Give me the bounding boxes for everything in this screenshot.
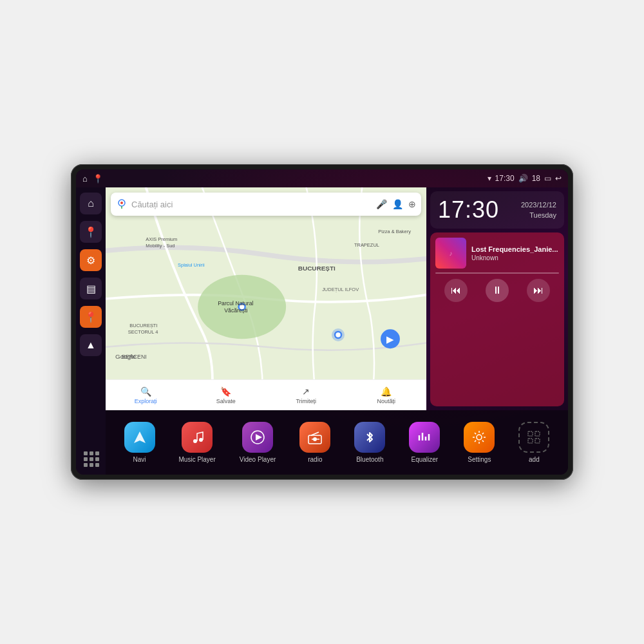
explore-icon: 🔍: [140, 386, 151, 397]
svg-point-20: [336, 332, 340, 337]
microphone-icon[interactable]: 🎤: [376, 199, 387, 209]
svg-rect-40: [535, 431, 540, 436]
play-pause-button[interactable]: ⏸: [486, 279, 509, 302]
svg-marker-24: [134, 431, 146, 443]
bluetooth-icon: [354, 422, 385, 453]
sidebar-maps-btn[interactable]: 📍: [80, 221, 102, 243]
svg-text:JUDEȚUL ILFOV: JUDEȚUL ILFOV: [322, 287, 359, 292]
share-icon: ↗: [302, 386, 310, 397]
svg-point-26: [199, 438, 203, 442]
share-label: Trimiteți: [296, 398, 316, 404]
svg-rect-39: [528, 431, 533, 436]
svg-text:Pizza & Bakery: Pizza & Bakery: [378, 229, 411, 234]
battery-level: 18: [532, 174, 540, 183]
status-bar: ⌂ 📍 ▾ 17:30 🔊 18 ▭ ↩: [76, 169, 568, 187]
svg-text:▶: ▶: [386, 334, 394, 345]
content-area: Căutați aici 🎤 👤 ⊕: [106, 187, 568, 475]
app-settings[interactable]: Settings: [464, 422, 495, 463]
sidebar-settings-btn[interactable]: ⚙: [80, 249, 102, 271]
volume-icon: 🔊: [518, 174, 528, 183]
map-container[interactable]: Căutați aici 🎤 👤 ⊕: [106, 187, 426, 410]
map-search-placeholder[interactable]: Căutați aici: [131, 200, 372, 209]
radio-label: radio: [308, 456, 322, 463]
apps-row: Navi Music Player: [106, 410, 568, 475]
app-music-player[interactable]: Music Player: [179, 422, 216, 463]
saved-label: Salvate: [216, 398, 236, 404]
map-share-btn[interactable]: ↗ Trimiteți: [266, 386, 346, 404]
svg-rect-41: [528, 439, 533, 443]
sidebar-home-btn[interactable]: ⌂: [80, 193, 102, 214]
svg-point-25: [193, 439, 197, 443]
prev-button[interactable]: ⏮: [444, 279, 468, 302]
battery-icon: ▭: [544, 174, 551, 183]
music-artist: Unknown: [471, 254, 559, 261]
map-saved-btn[interactable]: 🔖 Salvate: [186, 386, 267, 404]
status-right: ▾ 17:30 🔊 18 ▭ ↩: [488, 174, 562, 183]
account-icon[interactable]: 👤: [392, 199, 403, 209]
upper-content: Căutați aici 🎤 👤 ⊕: [106, 187, 568, 410]
clock-widget: 17:30 2023/12/12 Tuesday: [430, 191, 564, 229]
layers-icon[interactable]: ⊕: [408, 199, 416, 209]
music-info: ♪ Lost Frequencies_Janie... Unknown: [435, 238, 559, 269]
left-sidebar: ⌂ 📍 ⚙ ▤ 📍 ▲: [76, 187, 106, 475]
app-radio[interactable]: radio: [299, 422, 330, 463]
wifi-icon: ▾: [488, 174, 491, 183]
apps-grid-btn[interactable]: [80, 448, 102, 469]
device-frame: ⌂ 📍 ▾ 17:30 🔊 18 ▭ ↩ ⌂ 📍 ⚙ ▤ 📍 ▲: [71, 164, 573, 480]
app-navi[interactable]: Navi: [124, 422, 155, 463]
map-updates-btn[interactable]: 🔔 Noutăți: [346, 386, 427, 404]
music-player-icon: [182, 422, 213, 453]
right-panel: 17:30 2023/12/12 Tuesday ♪: [426, 187, 568, 410]
video-player-label: Video Player: [240, 456, 276, 463]
svg-text:AXIS Premium: AXIS Premium: [146, 236, 177, 242]
album-art: ♪: [435, 238, 466, 269]
sidebar-location-btn[interactable]: 📍: [80, 306, 102, 328]
saved-icon: 🔖: [220, 386, 231, 397]
device-screen: ⌂ 📍 ▾ 17:30 🔊 18 ▭ ↩ ⌂ 📍 ⚙ ▤ 📍 ▲: [76, 169, 568, 475]
navi-icon: [124, 422, 155, 453]
equalizer-label: Equalizer: [412, 456, 439, 463]
clock-time: 17:30: [438, 196, 499, 223]
app-equalizer[interactable]: Equalizer: [409, 422, 440, 463]
svg-point-31: [313, 437, 317, 441]
music-widget: ♪ Lost Frequencies_Janie... Unknown ⏮: [430, 232, 564, 406]
svg-point-38: [477, 435, 482, 440]
clock-date: 2023/12/12 Tuesday: [521, 200, 556, 221]
svg-text:Google: Google: [115, 353, 137, 360]
music-title: Lost Frequencies_Janie...: [471, 245, 559, 253]
svg-text:Mobility - Sud: Mobility - Sud: [146, 243, 175, 249]
music-progress-bar[interactable]: [435, 272, 559, 274]
settings-icon: [464, 422, 495, 453]
map-search-actions: 🎤 👤 ⊕: [376, 199, 416, 209]
main-area: ⌂ 📍 ⚙ ▤ 📍 ▲: [76, 187, 568, 475]
navi-label: Navi: [133, 456, 146, 463]
svg-text:Văcărești: Văcărești: [224, 307, 247, 314]
bluetooth-label: Bluetooth: [356, 456, 383, 463]
svg-rect-42: [535, 439, 540, 443]
app-bluetooth[interactable]: Bluetooth: [354, 422, 385, 463]
settings-label: Settings: [468, 456, 491, 463]
app-video-player[interactable]: Video Player: [240, 422, 276, 463]
music-controls: ⏮ ⏸ ⏭: [435, 279, 559, 302]
album-art-inner: ♪: [435, 238, 466, 269]
map-explore-btn[interactable]: 🔍 Explorați: [106, 386, 186, 404]
app-add[interactable]: add: [518, 422, 549, 463]
svg-text:Parcul Natural: Parcul Natural: [218, 300, 253, 307]
home-status-icon: ⌂: [82, 174, 88, 184]
next-button[interactable]: ⏭: [527, 279, 550, 302]
back-icon[interactable]: ↩: [555, 174, 562, 183]
google-maps-icon: [116, 198, 128, 210]
svg-text:Splaiul Unirii: Splaiul Unirii: [178, 262, 205, 268]
sidebar-folder-btn[interactable]: ▤: [80, 278, 102, 299]
svg-text:SECTORUL 4: SECTORUL 4: [128, 329, 158, 335]
sidebar-nav-btn[interactable]: ▲: [80, 334, 102, 356]
maps-status-icon: 📍: [93, 174, 103, 184]
video-player-icon: [242, 422, 273, 453]
svg-text:BUCUREȘTI: BUCUREȘTI: [298, 265, 336, 272]
svg-point-1: [120, 202, 123, 204]
svg-marker-28: [256, 434, 262, 440]
clock-date-line1: 2023/12/12: [521, 200, 556, 211]
map-search-bar[interactable]: Căutați aici 🎤 👤 ⊕: [111, 193, 421, 216]
add-label: add: [529, 456, 540, 463]
updates-label: Noutăți: [377, 398, 395, 404]
